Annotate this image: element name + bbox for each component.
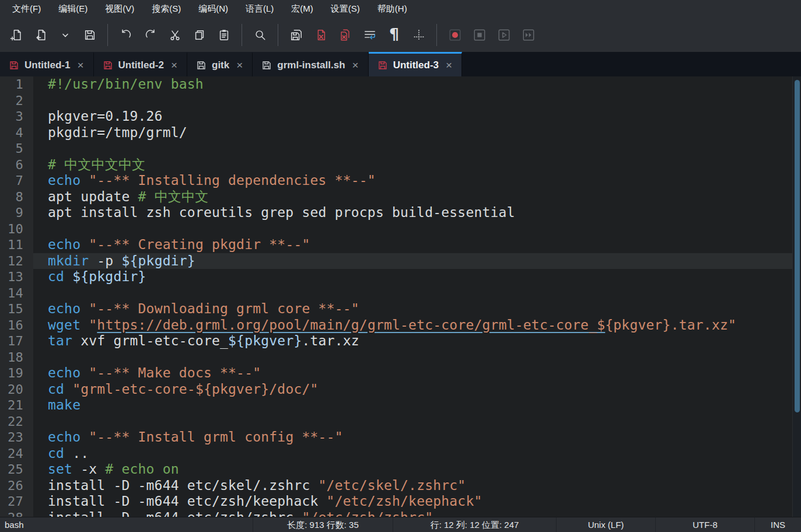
indent-guide-button[interactable] xyxy=(408,24,429,45)
record-icon xyxy=(449,29,461,41)
open-file-button[interactable] xyxy=(30,24,51,45)
modified-floppy-icon xyxy=(103,61,113,70)
status-eol-format[interactable]: Unix (LF) xyxy=(556,517,655,532)
close-icon[interactable]: × xyxy=(235,59,244,72)
menu-item-macro[interactable]: 宏(M) xyxy=(282,0,322,18)
code-line: 5 xyxy=(0,141,792,157)
status-insert-mode[interactable]: INS xyxy=(754,517,801,532)
code-text[interactable]: install -D -m644 etc/zsh/keephack "/etc/… xyxy=(33,494,792,510)
word-wrap-button[interactable] xyxy=(359,24,380,45)
run-macro-multi-button xyxy=(518,24,538,45)
line-number: 26 xyxy=(0,478,33,494)
code-text[interactable]: set -x # echo on xyxy=(33,461,792,478)
code-text[interactable]: install -D -m644 etc/skel/.zshrc "/etc/s… xyxy=(33,478,792,494)
code-line: 6# 中文中文中文 xyxy=(0,157,792,173)
menu-item-search[interactable]: 搜索(S) xyxy=(143,0,190,18)
close-all-button[interactable] xyxy=(335,24,355,45)
code-text[interactable] xyxy=(33,141,792,157)
line-number: 10 xyxy=(0,221,33,237)
code-text[interactable]: pkgver=0.19.26 xyxy=(33,108,792,125)
code-text[interactable]: cd "grml-etc-core-${pkgver}/doc/" xyxy=(33,382,792,398)
code-text[interactable]: echo "--** Make docs **--" xyxy=(33,365,792,382)
save-all-button[interactable] xyxy=(286,24,306,45)
line-number: 6 xyxy=(0,157,33,173)
code-text[interactable]: echo "--** Creating pkgdir **--" xyxy=(33,237,792,253)
code-text[interactable]: wget "https://deb.grml.org/pool/main/g/g… xyxy=(33,317,792,334)
toolbar-separator xyxy=(278,24,278,46)
menu-item-file[interactable]: 文件(F) xyxy=(4,0,50,18)
find-button[interactable] xyxy=(250,24,270,45)
code-line: 24cd .. xyxy=(0,446,792,462)
undo-icon xyxy=(120,29,132,41)
code-text[interactable]: echo "--** Installing dependencies **--" xyxy=(33,173,792,189)
close-file-button[interactable] xyxy=(310,24,331,45)
code-text[interactable] xyxy=(33,221,792,237)
code-line: 1#!/usr/bin/env bash xyxy=(0,76,792,93)
close-icon[interactable]: × xyxy=(170,59,179,72)
code-line: 7echo "--** Installing dependencies **--… xyxy=(0,173,792,189)
code-text[interactable]: echo "--** Downloading grml core **--" xyxy=(33,301,792,317)
show-all-chars-button[interactable]: ¶ xyxy=(384,24,404,45)
code-line: 16wget "https://deb.grml.org/pool/main/g… xyxy=(0,317,792,334)
search-icon xyxy=(254,29,267,41)
code-text[interactable]: #!/usr/bin/env bash xyxy=(33,76,792,93)
save-button[interactable] xyxy=(79,24,100,45)
code-text[interactable] xyxy=(33,93,792,109)
copy-button[interactable] xyxy=(189,24,209,45)
close-icon[interactable]: × xyxy=(351,59,360,72)
code-line: 20cd "grml-etc-core-${pkgver}/doc/" xyxy=(0,382,792,398)
tab-bar: Untitled-1×Untitled-2×gitk×grml-install.… xyxy=(0,52,801,76)
code-text[interactable]: apt install zsh coreutils grep sed procp… xyxy=(33,205,792,221)
code-line: 3pkgver=0.19.26 xyxy=(0,108,792,125)
status-doc-type[interactable]: bash xyxy=(0,517,253,532)
menu-item-settings[interactable]: 设置(S) xyxy=(322,0,369,18)
scrollbar-thumb[interactable] xyxy=(795,80,800,412)
code-line: 28install -D -m644 etc/zsh/zshrc "/etc/z… xyxy=(0,510,792,517)
line-number: 2 xyxy=(0,93,33,109)
code-text[interactable]: # 中文中文中文 xyxy=(33,157,792,173)
code-text[interactable]: pkgdir=/tmp/grml/ xyxy=(33,125,792,141)
code-text[interactable]: make xyxy=(33,397,792,414)
close-icon[interactable]: × xyxy=(445,59,453,72)
tab-untitled-3[interactable]: Untitled-3× xyxy=(369,52,463,76)
record-macro-button[interactable] xyxy=(445,24,465,45)
code-text[interactable]: echo "--** Install grml config **--" xyxy=(33,429,792,446)
code-text[interactable]: cd .. xyxy=(33,446,792,462)
tab-grml-install-sh[interactable]: grml-install.sh× xyxy=(253,52,368,76)
tab-gitk[interactable]: gitk× xyxy=(187,52,253,76)
open-recent-dropdown[interactable] xyxy=(55,24,75,45)
editor-area[interactable]: 1#!/usr/bin/env bash23pkgver=0.19.264pkg… xyxy=(0,76,801,517)
tab-untitled-1[interactable]: Untitled-1× xyxy=(0,52,94,76)
code-text[interactable] xyxy=(33,414,792,430)
redo-button[interactable] xyxy=(140,24,160,45)
tab-label: grml-install.sh xyxy=(277,60,345,71)
menu-item-help[interactable]: 帮助(H) xyxy=(369,0,416,18)
code-line: 14 xyxy=(0,285,792,302)
status-encoding[interactable]: UTF-8 xyxy=(655,517,754,532)
code-text[interactable] xyxy=(33,285,792,302)
paste-button[interactable] xyxy=(214,24,234,45)
code-line: 9apt install zsh coreutils grep sed proc… xyxy=(0,205,792,221)
line-number: 3 xyxy=(0,108,33,125)
new-file-button[interactable] xyxy=(6,24,26,45)
code-text[interactable]: tar xvf grml-etc-core_${pkgver}.tar.xz xyxy=(33,333,792,349)
vertical-scrollbar[interactable] xyxy=(792,76,801,517)
fast-forward-icon xyxy=(522,29,535,41)
cut-button[interactable] xyxy=(165,24,185,45)
code-text[interactable]: install -D -m644 etc/zsh/zshrc "/etc/zsh… xyxy=(33,510,792,517)
menu-item-edit[interactable]: 编辑(E) xyxy=(50,0,96,18)
code-text[interactable]: cd ${pkgdir} xyxy=(33,269,792,285)
status-cursor-info: 行: 12 列: 12 位置: 247 xyxy=(393,517,556,532)
code-line: 26install -D -m644 etc/skel/.zshrc "/etc… xyxy=(0,478,792,494)
code-line: 15echo "--** Downloading grml core **--" xyxy=(0,301,792,317)
menu-item-language[interactable]: 语言(L) xyxy=(237,0,282,18)
code-text[interactable]: mkdir -p ${pkgdir} xyxy=(33,253,792,270)
tab-untitled-2[interactable]: Untitled-2× xyxy=(94,52,188,76)
code-text[interactable] xyxy=(33,349,792,366)
menu-item-encoding[interactable]: 编码(N) xyxy=(190,0,237,18)
menu-item-view[interactable]: 视图(V) xyxy=(96,0,143,18)
undo-button[interactable] xyxy=(116,24,136,45)
close-icon[interactable]: × xyxy=(76,59,85,72)
line-number: 1 xyxy=(0,76,33,93)
code-text[interactable]: apt update # 中文中文 xyxy=(33,189,792,205)
